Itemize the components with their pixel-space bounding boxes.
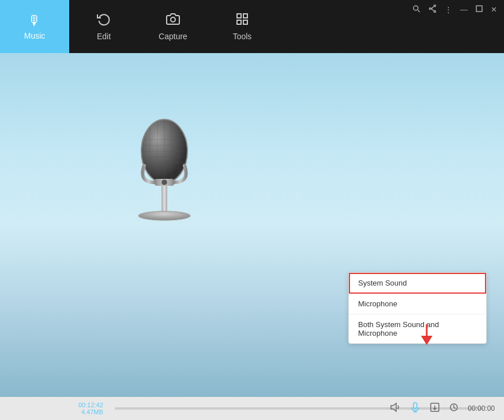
svg-point-0 bbox=[171, 17, 175, 22]
more-icon[interactable]: ⋮ bbox=[445, 5, 452, 14]
minimize-icon[interactable]: — bbox=[460, 5, 468, 14]
capture-icon bbox=[166, 12, 180, 29]
svg-rect-1 bbox=[237, 14, 241, 18]
export-icon[interactable] bbox=[430, 402, 440, 415]
file-size: 4.47MB bbox=[81, 408, 103, 415]
audio-source-dropdown: System Sound Microphone Both System Soun… bbox=[348, 272, 487, 344]
titlebar: 🎙 Music Edit Capture bbox=[0, 0, 504, 53]
bottom-bar: 00:12:42 4.47MB bbox=[0, 397, 504, 420]
clock-icon[interactable] bbox=[449, 403, 458, 414]
nav-item-capture[interactable]: Capture bbox=[138, 0, 208, 53]
mic-illustration bbox=[127, 111, 202, 243]
edit-icon bbox=[97, 12, 111, 29]
dropdown-item-microphone[interactable]: Microphone bbox=[349, 294, 486, 314]
svg-marker-32 bbox=[391, 403, 396, 411]
volume-icon[interactable] bbox=[390, 402, 401, 415]
duration-display: 00:00:00 bbox=[468, 404, 495, 412]
bottom-controls: 00:00:00 bbox=[390, 402, 495, 415]
recording-time: 00:12:42 bbox=[78, 402, 103, 408]
dropdown-item-both[interactable]: Both System Sound and Microphone bbox=[349, 314, 486, 343]
svg-rect-2 bbox=[243, 14, 247, 18]
svg-rect-4 bbox=[237, 20, 241, 24]
nav-bar: 🎙 Music Edit Capture bbox=[0, 0, 277, 53]
nav-label-edit: Edit bbox=[97, 32, 111, 41]
svg-point-26 bbox=[161, 179, 167, 185]
svg-point-9 bbox=[430, 8, 431, 10]
music-icon: 🎙 bbox=[28, 13, 42, 29]
maximize-icon[interactable] bbox=[476, 5, 483, 14]
microphone-icon[interactable] bbox=[410, 402, 420, 415]
file-info: 00:12:42 4.47MB bbox=[78, 402, 103, 415]
nav-label-music: Music bbox=[24, 31, 46, 40]
svg-rect-33 bbox=[413, 403, 417, 408]
svg-rect-27 bbox=[161, 186, 167, 215]
tools-icon bbox=[235, 12, 249, 29]
dropdown-item-system-sound[interactable]: System Sound bbox=[349, 273, 486, 294]
svg-marker-31 bbox=[421, 336, 432, 345]
svg-rect-12 bbox=[476, 6, 482, 12]
svg-rect-3 bbox=[243, 20, 247, 24]
search-icon[interactable] bbox=[412, 5, 420, 14]
nav-item-tools[interactable]: Tools bbox=[208, 0, 277, 53]
svg-line-6 bbox=[418, 10, 420, 13]
main-content: System Sound Microphone Both System Soun… bbox=[0, 53, 504, 397]
window-controls: ⋮ — ✕ bbox=[412, 5, 497, 14]
nav-item-edit[interactable]: Edit bbox=[69, 0, 138, 53]
nav-label-capture: Capture bbox=[159, 32, 187, 41]
svg-point-8 bbox=[434, 11, 436, 13]
svg-point-5 bbox=[413, 6, 418, 10]
close-icon[interactable]: ✕ bbox=[491, 5, 497, 14]
svg-line-11 bbox=[431, 9, 434, 12]
nav-item-music[interactable]: 🎙 Music bbox=[0, 0, 69, 53]
share-icon[interactable] bbox=[428, 5, 437, 14]
nav-label-tools: Tools bbox=[233, 32, 252, 41]
svg-point-7 bbox=[434, 5, 436, 7]
